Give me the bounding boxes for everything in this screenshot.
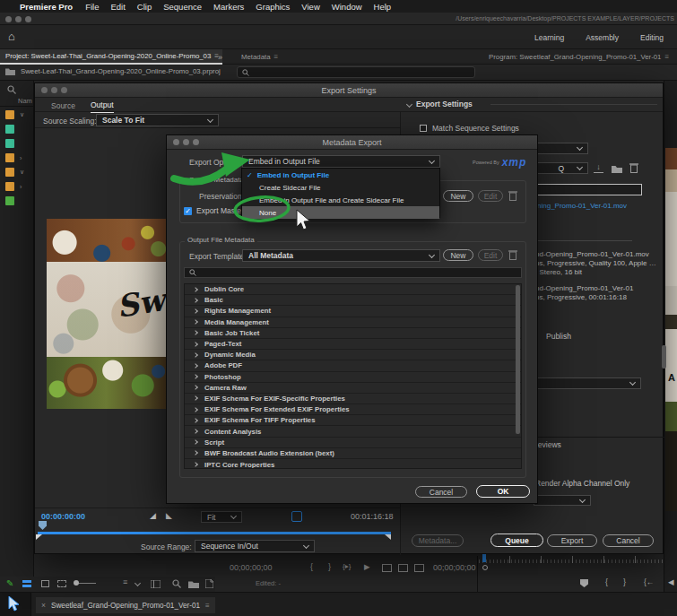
bin-row[interactable]: ›: [5, 182, 22, 191]
metadata-category-row[interactable]: Script: [185, 438, 521, 448]
dialog-titlebar[interactable]: Metadata Export: [167, 135, 537, 150]
delete-rule-trash-icon[interactable]: [508, 190, 517, 201]
timeline-ruler[interactable]: [479, 554, 664, 565]
checkbox-unchecked-icon[interactable]: [420, 125, 427, 132]
queue-button[interactable]: Queue: [490, 534, 543, 547]
tab-source[interactable]: Source: [51, 101, 75, 110]
source-scaling-dropdown[interactable]: Scale To Fit: [96, 114, 219, 126]
twirl-icon[interactable]: ›: [20, 184, 22, 190]
range-end-handle[interactable]: [385, 534, 391, 540]
chevron-right-icon[interactable]: [193, 396, 198, 402]
menu-sequence[interactable]: Sequence: [163, 2, 202, 12]
chevron-right-icon[interactable]: [193, 363, 198, 369]
cancel-button[interactable]: Cancel: [603, 534, 654, 547]
new-item-icon[interactable]: [205, 579, 213, 588]
home-icon[interactable]: ⌂: [8, 30, 15, 43]
metadata-category-row[interactable]: Photoshop: [185, 372, 521, 383]
close-window-icon[interactable]: [5, 16, 12, 22]
label-swatch[interactable]: [5, 153, 14, 162]
timeline-tab[interactable]: × Sweetleaf_Grand-Opening_Promo-01_Ver-0…: [36, 597, 215, 613]
thumbnail-view-icon[interactable]: [41, 580, 49, 587]
menu-markers[interactable]: Markers: [213, 2, 244, 12]
menu-edit[interactable]: Edit: [110, 2, 125, 12]
edit-rule-button[interactable]: Edit: [478, 190, 503, 202]
workspace-learning[interactable]: Learning: [534, 33, 564, 42]
output-name-link[interactable]: ning_Promo-01_Ver-01.mov: [537, 202, 627, 210]
export-settings-header[interactable]: Export Settings: [407, 100, 473, 108]
new-template-button[interactable]: New: [443, 249, 473, 261]
metadata-category-row[interactable]: Basic Job Ticket: [185, 328, 521, 339]
metadata-category-row[interactable]: EXIF Schema For Extended EXIF Properties: [185, 404, 521, 415]
label-swatch[interactable]: [5, 125, 14, 134]
label-swatch[interactable]: [5, 110, 14, 119]
add-marker-icon[interactable]: [580, 579, 588, 587]
menu-clip[interactable]: Clip: [137, 2, 152, 12]
bin-row[interactable]: [5, 196, 20, 205]
checkbox-checked-icon[interactable]: ✓: [184, 207, 192, 215]
metadata-category-row[interactable]: Media Management: [185, 317, 521, 328]
tab-project[interactable]: Project: Sweet-Leaf-Thai_Grand-Opening-2…: [0, 49, 222, 65]
writable-pencil-icon[interactable]: ✎: [6, 578, 13, 588]
source-timecode[interactable]: 00;00;00;00: [230, 563, 273, 572]
mark-in-icon[interactable]: {: [605, 577, 608, 586]
menu-item-embed-and-sidecar[interactable]: Embed in Output File and Create Sidecar …: [242, 194, 439, 206]
metadata-category-row[interactable]: Camera Raw: [185, 383, 521, 394]
bin-row[interactable]: [5, 139, 20, 148]
chevron-right-icon[interactable]: [193, 298, 198, 303]
tab-metadata[interactable]: Metadata ≡: [236, 49, 283, 65]
playhead-marker[interactable]: [39, 521, 47, 530]
panel-menu-icon[interactable]: ≡: [274, 53, 279, 61]
use-previews-label-fragment[interactable]: reviews: [535, 440, 561, 449]
metadata-category-row[interactable]: Paged-Text: [185, 339, 521, 350]
chevron-right-icon[interactable]: [193, 308, 198, 314]
zoom-slider-handle[interactable]: [74, 580, 79, 586]
workspace-assembly[interactable]: Assembly: [586, 33, 619, 42]
insert-icon[interactable]: [398, 564, 408, 572]
chevron-right-icon[interactable]: [193, 287, 198, 292]
metadata-category-row[interactable]: Adobe PDF: [185, 360, 521, 371]
metadata-category-row[interactable]: Rights Management: [185, 306, 521, 317]
menu-file[interactable]: File: [85, 2, 99, 12]
menu-help[interactable]: Help: [374, 2, 392, 12]
import-preset-folder-icon[interactable]: [612, 164, 622, 173]
metadata-button[interactable]: Metadata...: [412, 534, 464, 547]
bin-row[interactable]: ∨: [5, 168, 24, 177]
new-rule-button[interactable]: New: [443, 190, 473, 202]
app-menu[interactable]: Premiere Pro: [20, 2, 73, 12]
chevron-right-icon[interactable]: [193, 374, 198, 379]
bin-row[interactable]: ›: [5, 153, 22, 162]
tab-overflow-icon[interactable]: »: [218, 53, 222, 62]
chevron-right-icon[interactable]: [193, 319, 198, 325]
panel-menu-icon[interactable]: ≡: [205, 602, 210, 610]
find-icon[interactable]: [172, 579, 181, 588]
chevron-right-icon[interactable]: [193, 462, 198, 467]
menu-window[interactable]: Window: [332, 2, 362, 12]
minimize-window-icon[interactable]: [15, 16, 22, 22]
chevron-right-icon[interactable]: [193, 385, 198, 390]
new-bin-icon[interactable]: [188, 580, 199, 588]
menu-view[interactable]: View: [301, 2, 319, 12]
play-in-to-out-icon[interactable]: {▸}: [343, 562, 351, 570]
metadata-search-input[interactable]: [237, 66, 475, 78]
menu-item-sidecar[interactable]: Create Sidecar File: [242, 181, 439, 194]
twirl-icon[interactable]: ∨: [20, 169, 24, 176]
metadata-category-row[interactable]: BWF Broadcast Audio Extension (bext): [185, 448, 521, 459]
project-root-item[interactable]: Sweet-Leaf-Thai_Grand-Opening-2020_Onlin…: [5, 67, 221, 75]
list-view-icon[interactable]: [22, 580, 31, 587]
dialog-ok-button[interactable]: OK: [476, 485, 530, 498]
crop-icon[interactable]: [291, 511, 302, 522]
metadata-category-row[interactable]: Dublin Core: [185, 284, 521, 295]
metadata-category-row[interactable]: Dynamic Media: [185, 350, 521, 360]
dialog-cancel-button[interactable]: Cancel: [415, 486, 467, 498]
search-icon[interactable]: [7, 85, 16, 94]
metadata-category-row[interactable]: EXIF Schema For TIFF Properties: [185, 415, 521, 426]
export-button[interactable]: Export: [547, 534, 597, 547]
play-icon[interactable]: ▶: [364, 562, 370, 571]
menu-graphics[interactable]: Graphics: [256, 2, 290, 12]
chevron-right-icon[interactable]: [193, 451, 198, 456]
mark-out-icon[interactable]: }: [328, 562, 331, 571]
close-tab-icon[interactable]: ×: [41, 601, 46, 610]
chevron-right-icon[interactable]: [193, 407, 198, 412]
step-back-icon[interactable]: ◀: [668, 577, 674, 586]
source-range-dropdown[interactable]: Sequence In/Out: [195, 540, 315, 552]
